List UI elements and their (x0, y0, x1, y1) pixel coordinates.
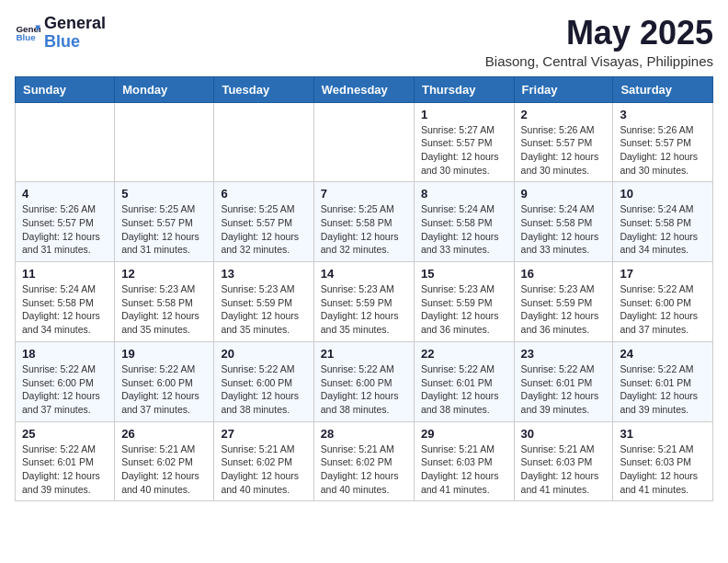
weekday-header-wednesday: Wednesday (313, 76, 414, 102)
calendar-week-row: 11Sunrise: 5:24 AM Sunset: 5:58 PM Dayli… (16, 262, 713, 342)
day-number: 28 (321, 427, 407, 441)
day-info: Sunrise: 5:22 AM Sunset: 6:01 PM Dayligh… (521, 362, 607, 417)
day-number: 22 (421, 347, 507, 361)
day-number: 8 (421, 187, 507, 201)
day-number: 2 (521, 108, 607, 121)
day-info: Sunrise: 5:22 AM Sunset: 6:00 PM Dayligh… (620, 282, 706, 337)
page-header: General Blue General Blue May 2025 Biaso… (15, 15, 713, 69)
calendar-cell: 14Sunrise: 5:23 AM Sunset: 5:59 PM Dayli… (313, 262, 414, 342)
day-number: 17 (620, 267, 706, 281)
calendar-cell: 10Sunrise: 5:24 AM Sunset: 5:58 PM Dayli… (613, 182, 713, 262)
calendar-cell: 15Sunrise: 5:23 AM Sunset: 5:59 PM Dayli… (414, 262, 514, 342)
calendar-cell (115, 102, 214, 182)
day-number: 31 (620, 427, 706, 441)
calendar-table: SundayMondayTuesdayWednesdayThursdayFrid… (15, 76, 713, 502)
day-info: Sunrise: 5:21 AM Sunset: 6:03 PM Dayligh… (521, 442, 607, 497)
day-number: 23 (521, 347, 607, 361)
day-number: 14 (321, 267, 407, 281)
calendar-cell: 25Sunrise: 5:22 AM Sunset: 6:01 PM Dayli… (16, 421, 115, 501)
calendar-cell: 17Sunrise: 5:22 AM Sunset: 6:00 PM Dayli… (613, 262, 713, 342)
day-info: Sunrise: 5:21 AM Sunset: 6:03 PM Dayligh… (620, 442, 706, 497)
day-info: Sunrise: 5:22 AM Sunset: 6:00 PM Dayligh… (22, 362, 108, 417)
day-info: Sunrise: 5:24 AM Sunset: 5:58 PM Dayligh… (421, 202, 507, 257)
day-number: 25 (22, 427, 108, 441)
weekday-header-friday: Friday (514, 76, 613, 102)
calendar-cell: 19Sunrise: 5:22 AM Sunset: 6:00 PM Dayli… (115, 341, 214, 421)
calendar-cell: 20Sunrise: 5:22 AM Sunset: 6:00 PM Dayli… (214, 341, 313, 421)
day-info: Sunrise: 5:22 AM Sunset: 6:00 PM Dayligh… (321, 362, 407, 417)
title-block: May 2025 Biasong, Central Visayas, Phili… (485, 15, 713, 69)
day-info: Sunrise: 5:24 AM Sunset: 5:58 PM Dayligh… (521, 202, 607, 257)
day-info: Sunrise: 5:22 AM Sunset: 6:00 PM Dayligh… (121, 362, 207, 417)
weekday-header-row: SundayMondayTuesdayWednesdayThursdayFrid… (16, 76, 713, 102)
calendar-cell: 26Sunrise: 5:21 AM Sunset: 6:02 PM Dayli… (115, 421, 214, 501)
day-info: Sunrise: 5:23 AM Sunset: 5:59 PM Dayligh… (521, 282, 607, 337)
day-number: 24 (620, 347, 706, 361)
calendar-cell: 3Sunrise: 5:26 AM Sunset: 5:57 PM Daylig… (613, 102, 713, 182)
svg-text:Blue: Blue (16, 32, 36, 42)
calendar-cell: 6Sunrise: 5:25 AM Sunset: 5:57 PM Daylig… (214, 182, 313, 262)
calendar-cell (16, 102, 115, 182)
calendar-cell: 21Sunrise: 5:22 AM Sunset: 6:00 PM Dayli… (313, 341, 414, 421)
weekday-header-monday: Monday (115, 76, 214, 102)
day-number: 19 (121, 347, 207, 361)
calendar-cell: 22Sunrise: 5:22 AM Sunset: 6:01 PM Dayli… (414, 341, 514, 421)
calendar-cell: 11Sunrise: 5:24 AM Sunset: 5:58 PM Dayli… (16, 262, 115, 342)
day-info: Sunrise: 5:26 AM Sunset: 5:57 PM Dayligh… (620, 123, 706, 178)
calendar-cell: 5Sunrise: 5:25 AM Sunset: 5:57 PM Daylig… (115, 182, 214, 262)
calendar-cell: 30Sunrise: 5:21 AM Sunset: 6:03 PM Dayli… (514, 421, 613, 501)
day-number: 4 (22, 187, 108, 201)
day-info: Sunrise: 5:21 AM Sunset: 6:02 PM Dayligh… (221, 442, 306, 497)
weekday-header-sunday: Sunday (16, 76, 115, 102)
calendar-cell: 7Sunrise: 5:25 AM Sunset: 5:58 PM Daylig… (313, 182, 414, 262)
calendar-cell: 16Sunrise: 5:23 AM Sunset: 5:59 PM Dayli… (514, 262, 613, 342)
day-number: 15 (421, 267, 507, 281)
calendar-cell: 13Sunrise: 5:23 AM Sunset: 5:59 PM Dayli… (214, 262, 313, 342)
day-number: 9 (521, 187, 607, 201)
day-info: Sunrise: 5:25 AM Sunset: 5:58 PM Dayligh… (321, 202, 407, 257)
calendar-cell: 28Sunrise: 5:21 AM Sunset: 6:02 PM Dayli… (313, 421, 414, 501)
day-number: 30 (521, 427, 607, 441)
day-info: Sunrise: 5:22 AM Sunset: 6:01 PM Dayligh… (22, 442, 108, 497)
month-year-title: May 2025 (485, 15, 713, 52)
day-info: Sunrise: 5:23 AM Sunset: 5:58 PM Dayligh… (121, 282, 207, 337)
day-info: Sunrise: 5:25 AM Sunset: 5:57 PM Dayligh… (221, 202, 306, 257)
weekday-header-tuesday: Tuesday (214, 76, 313, 102)
day-info: Sunrise: 5:23 AM Sunset: 5:59 PM Dayligh… (221, 282, 306, 337)
location-subtitle: Biasong, Central Visayas, Philippines (485, 53, 713, 69)
calendar-cell: 8Sunrise: 5:24 AM Sunset: 5:58 PM Daylig… (414, 182, 514, 262)
calendar-week-row: 18Sunrise: 5:22 AM Sunset: 6:00 PM Dayli… (16, 341, 713, 421)
day-number: 3 (620, 108, 706, 121)
day-number: 13 (221, 267, 306, 281)
day-info: Sunrise: 5:26 AM Sunset: 5:57 PM Dayligh… (521, 123, 607, 178)
weekday-header-thursday: Thursday (414, 76, 514, 102)
day-info: Sunrise: 5:21 AM Sunset: 6:03 PM Dayligh… (421, 442, 507, 497)
day-number: 12 (121, 267, 207, 281)
calendar-cell: 18Sunrise: 5:22 AM Sunset: 6:00 PM Dayli… (16, 341, 115, 421)
day-number: 26 (121, 427, 207, 441)
day-number: 27 (221, 427, 306, 441)
calendar-week-row: 1Sunrise: 5:27 AM Sunset: 5:57 PM Daylig… (16, 102, 713, 182)
day-number: 29 (421, 427, 507, 441)
calendar-cell: 2Sunrise: 5:26 AM Sunset: 5:57 PM Daylig… (514, 102, 613, 182)
calendar-cell: 29Sunrise: 5:21 AM Sunset: 6:03 PM Dayli… (414, 421, 514, 501)
calendar-cell: 23Sunrise: 5:22 AM Sunset: 6:01 PM Dayli… (514, 341, 613, 421)
calendar-week-row: 4Sunrise: 5:26 AM Sunset: 5:57 PM Daylig… (16, 182, 713, 262)
day-number: 10 (620, 187, 706, 201)
day-info: Sunrise: 5:27 AM Sunset: 5:57 PM Dayligh… (421, 123, 507, 178)
calendar-cell (214, 102, 313, 182)
day-info: Sunrise: 5:25 AM Sunset: 5:57 PM Dayligh… (121, 202, 207, 257)
weekday-header-saturday: Saturday (613, 76, 713, 102)
day-info: Sunrise: 5:21 AM Sunset: 6:02 PM Dayligh… (121, 442, 207, 497)
calendar-cell (313, 102, 414, 182)
calendar-cell: 31Sunrise: 5:21 AM Sunset: 6:03 PM Dayli… (613, 421, 713, 501)
day-number: 1 (421, 108, 507, 121)
day-number: 21 (321, 347, 407, 361)
calendar-cell: 1Sunrise: 5:27 AM Sunset: 5:57 PM Daylig… (414, 102, 514, 182)
day-info: Sunrise: 5:24 AM Sunset: 5:58 PM Dayligh… (620, 202, 706, 257)
day-info: Sunrise: 5:26 AM Sunset: 5:57 PM Dayligh… (22, 202, 108, 257)
day-info: Sunrise: 5:22 AM Sunset: 6:01 PM Dayligh… (421, 362, 507, 417)
logo-blue: Blue (44, 33, 106, 52)
day-info: Sunrise: 5:22 AM Sunset: 6:00 PM Dayligh… (221, 362, 306, 417)
calendar-cell: 27Sunrise: 5:21 AM Sunset: 6:02 PM Dayli… (214, 421, 313, 501)
